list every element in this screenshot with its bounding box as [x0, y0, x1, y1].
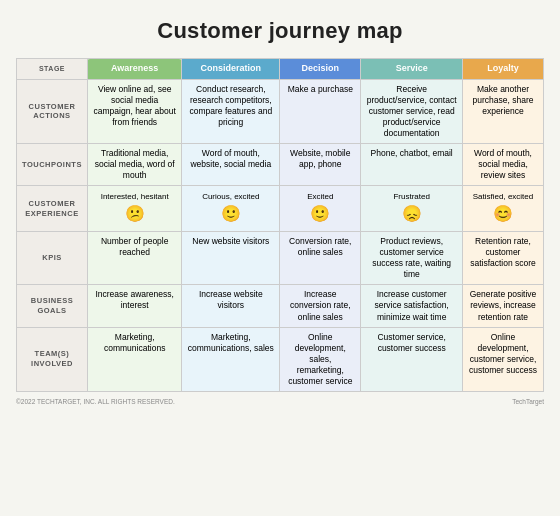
kpis-row: KPIS Number of people reached New websit… [17, 232, 544, 285]
experience-consideration: Curious, excited 🙂 [182, 186, 280, 232]
kpis-loyalty: Retention rate, customer satisfaction sc… [462, 232, 543, 285]
customer-actions-service: Receive product/service, contact custome… [361, 79, 463, 143]
experience-row: CUSTOMER EXPERIENCE Interested, hesitant… [17, 186, 544, 232]
business-goals-decision: Increase conversion rate, online sales [280, 285, 361, 327]
experience-decision-text: Excited [284, 192, 356, 202]
experience-label: CUSTOMER EXPERIENCE [17, 186, 88, 232]
kpis-decision: Conversion rate, online sales [280, 232, 361, 285]
page-title: Customer journey map [157, 18, 403, 44]
experience-loyalty-text: Satisfied, excited [467, 192, 539, 202]
experience-awareness: Interested, hesitant 😕 [87, 186, 181, 232]
kpis-consideration: New website visitors [182, 232, 280, 285]
touchpoints-decision: Website, mobile app, phone [280, 143, 361, 185]
touchpoints-loyalty: Word of mouth, social media, review site… [462, 143, 543, 185]
experience-consideration-emoji: 🙂 [186, 204, 275, 225]
experience-consideration-text: Curious, excited [186, 192, 275, 202]
teams-row: TEAM(S) INVOLVED Marketing, communicatio… [17, 327, 544, 391]
kpis-awareness: Number of people reached [87, 232, 181, 285]
decision-header: Decision [280, 59, 361, 80]
customer-actions-label: CUSTOMER ACTIONS [17, 79, 88, 143]
teams-decision: Online development, sales, remarketing, … [280, 327, 361, 391]
journey-map-table: STAGE Awareness Consideration Decision S… [16, 58, 544, 392]
business-goals-awareness: Increase awareness, interest [87, 285, 181, 327]
teams-service: Customer service, customer success [361, 327, 463, 391]
customer-actions-awareness: View online ad, see social media campaig… [87, 79, 181, 143]
business-goals-consideration: Increase website visitors [182, 285, 280, 327]
experience-service-text: Frustrated [365, 192, 458, 202]
business-goals-row: BUSINESS GOALS Increase awareness, inter… [17, 285, 544, 327]
experience-loyalty: Satisfied, excited 😊 [462, 186, 543, 232]
footer: ©2022 TECHTARGET, INC. ALL RIGHTS RESERV… [16, 398, 544, 405]
experience-awareness-text: Interested, hesitant [92, 192, 177, 202]
experience-decision: Excited 🙂 [280, 186, 361, 232]
awareness-header: Awareness [87, 59, 181, 80]
experience-service-emoji: 😞 [365, 204, 458, 225]
service-header: Service [361, 59, 463, 80]
customer-actions-loyalty: Make another purchase, share experience [462, 79, 543, 143]
teams-awareness: Marketing, communications [87, 327, 181, 391]
customer-actions-consideration: Conduct research, research competitors, … [182, 79, 280, 143]
experience-decision-emoji: 🙂 [284, 204, 356, 225]
experience-loyalty-emoji: 😊 [467, 204, 539, 225]
teams-label: TEAM(S) INVOLVED [17, 327, 88, 391]
experience-service: Frustrated 😞 [361, 186, 463, 232]
experience-awareness-emoji: 😕 [92, 204, 177, 225]
customer-actions-row: CUSTOMER ACTIONS View online ad, see soc… [17, 79, 544, 143]
consideration-header: Consideration [182, 59, 280, 80]
stage-header: STAGE [17, 59, 88, 80]
touchpoints-row: TOUCHPOINTS Traditional media, social me… [17, 143, 544, 185]
touchpoints-consideration: Word of mouth, website, social media [182, 143, 280, 185]
footer-right: TechTarget [512, 398, 544, 405]
touchpoints-awareness: Traditional media, social media, word of… [87, 143, 181, 185]
kpis-service: Product reviews, customer service succes… [361, 232, 463, 285]
touchpoints-label: TOUCHPOINTS [17, 143, 88, 185]
business-goals-label: BUSINESS GOALS [17, 285, 88, 327]
business-goals-service: Increase customer service satisfaction, … [361, 285, 463, 327]
touchpoints-service: Phone, chatbot, email [361, 143, 463, 185]
business-goals-loyalty: Generate positive reviews, increase rete… [462, 285, 543, 327]
teams-loyalty: Online development, customer service, cu… [462, 327, 543, 391]
teams-consideration: Marketing, communications, sales [182, 327, 280, 391]
loyalty-header: Loyalty [462, 59, 543, 80]
kpis-label: KPIS [17, 232, 88, 285]
customer-actions-decision: Make a purchase [280, 79, 361, 143]
footer-left: ©2022 TECHTARGET, INC. ALL RIGHTS RESERV… [16, 398, 175, 405]
